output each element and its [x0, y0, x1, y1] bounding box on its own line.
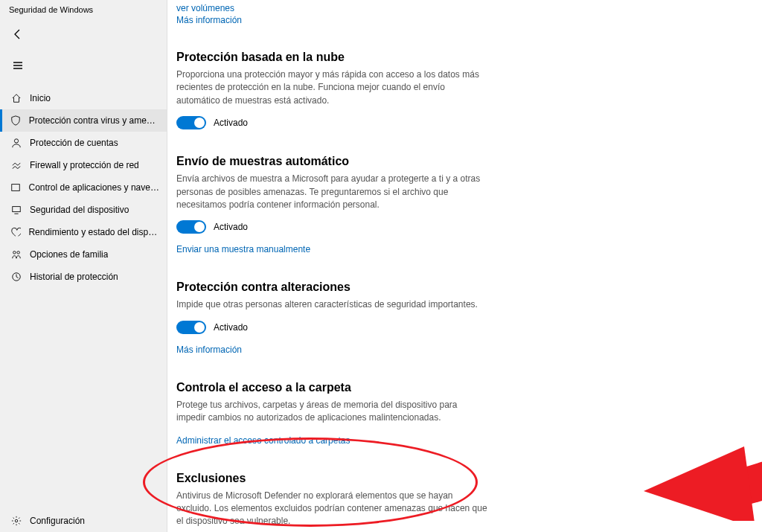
- sidebar-item-label: Protección contra virus y amenazas: [29, 115, 159, 126]
- svg-point-6: [15, 519, 18, 522]
- toggle-tamper[interactable]: [176, 321, 206, 334]
- menu-button[interactable]: [3, 53, 33, 78]
- link-more-info-top[interactable]: Más información: [176, 15, 489, 25]
- svg-point-0: [14, 139, 18, 143]
- sidebar-item-appcontrol[interactable]: Control de aplicaciones y navegador: [0, 176, 167, 199]
- history-icon: [10, 271, 22, 283]
- svg-rect-2: [13, 207, 21, 212]
- sidebar-item-family[interactable]: Opciones de familia: [0, 243, 167, 266]
- link-manage-folder-access[interactable]: Administrar el acceso controlado a carpe…: [176, 435, 350, 446]
- sidebar-item-label: Firewall y protección de red: [30, 160, 139, 170]
- svg-point-4: [17, 251, 20, 254]
- device-icon: [10, 204, 22, 216]
- shield-icon: [10, 115, 22, 126]
- sidebar-item-label: Opciones de familia: [30, 249, 108, 260]
- sidebar-item-virus[interactable]: Protección contra virus y amenazas: [0, 109, 167, 132]
- toggle-cloud[interactable]: [176, 116, 206, 129]
- link-volumes[interactable]: ver volúmenes: [176, 3, 234, 13]
- sidebar-item-firewall[interactable]: Firewall y protección de red: [0, 154, 167, 176]
- sidebar-item-label: Rendimiento y estado del dispositivo: [28, 227, 159, 237]
- account-icon: [10, 137, 22, 149]
- section-title: Controla el acceso a la carpeta: [176, 381, 489, 394]
- sidebar-item-performance[interactable]: Rendimiento y estado del dispositivo: [0, 221, 167, 243]
- section-title: Protección basada en la nube: [176, 51, 489, 64]
- section-desc: Antivirus de Microsoft Defender no explo…: [176, 490, 489, 528]
- svg-point-3: [13, 251, 16, 254]
- annotation-arrow: [606, 335, 762, 521]
- toggle-label: Activado: [214, 222, 248, 232]
- section-cloud-protection: Protección basada en la nube Proporciona…: [176, 51, 489, 129]
- toggle-label: Activado: [214, 118, 248, 128]
- sidebar-item-label: Configuración: [30, 516, 85, 526]
- section-desc: Envía archivos de muestra a Microsoft pa…: [176, 173, 489, 211]
- sidebar-item-label: Seguridad del dispositivo: [30, 205, 129, 215]
- sidebar-item-label: Inicio: [30, 93, 51, 103]
- section-title: Exclusiones: [176, 472, 489, 485]
- sidebar-item-label: Historial de protección: [30, 272, 118, 282]
- svg-marker-7: [644, 446, 755, 521]
- firewall-icon: [10, 159, 22, 171]
- section-exclusions: Exclusiones Antivirus de Microsoft Defen…: [176, 472, 489, 532]
- app-icon: [10, 182, 21, 193]
- sidebar-item-device-security[interactable]: Seguridad del dispositivo: [0, 199, 167, 221]
- toggle-samples[interactable]: [176, 220, 206, 234]
- window-title: Seguridad de Windows: [0, 0, 167, 17]
- section-sample-submission: Envío de muestras automático Envía archi…: [176, 155, 489, 255]
- sidebar-item-home[interactable]: Inicio: [0, 87, 167, 109]
- sidebar-item-label: Protección de cuentas: [30, 138, 118, 148]
- section-desc: Proporciona una protección mayor y más r…: [176, 68, 489, 107]
- sidebar-item-label: Control de aplicaciones y navegador: [28, 182, 159, 193]
- toggle-label: Activado: [214, 322, 248, 333]
- svg-rect-1: [12, 185, 20, 191]
- section-title: Envío de muestras automático: [176, 155, 489, 168]
- home-icon: [10, 92, 22, 104]
- section-folder-access: Controla el acceso a la carpeta Protege …: [176, 381, 489, 446]
- sidebar-item-settings[interactable]: Configuración: [0, 510, 167, 532]
- link-more-info-tamper[interactable]: Más información: [176, 344, 242, 355]
- section-desc: Protege tus archivos, carpetas y áreas d…: [176, 399, 489, 425]
- health-icon: [10, 226, 21, 238]
- sidebar-item-account[interactable]: Protección de cuentas: [0, 132, 167, 154]
- sidebar-item-history[interactable]: Historial de protección: [0, 266, 167, 288]
- gear-icon: [10, 515, 22, 527]
- section-desc: Impide que otras personas alteren caract…: [176, 298, 489, 311]
- back-button[interactable]: [3, 22, 33, 47]
- section-tamper-protection: Protección contra alteraciones Impide qu…: [176, 281, 489, 355]
- section-title: Protección contra alteraciones: [176, 281, 489, 294]
- family-icon: [10, 249, 22, 260]
- link-send-sample[interactable]: Enviar una muestra manualmente: [176, 244, 310, 254]
